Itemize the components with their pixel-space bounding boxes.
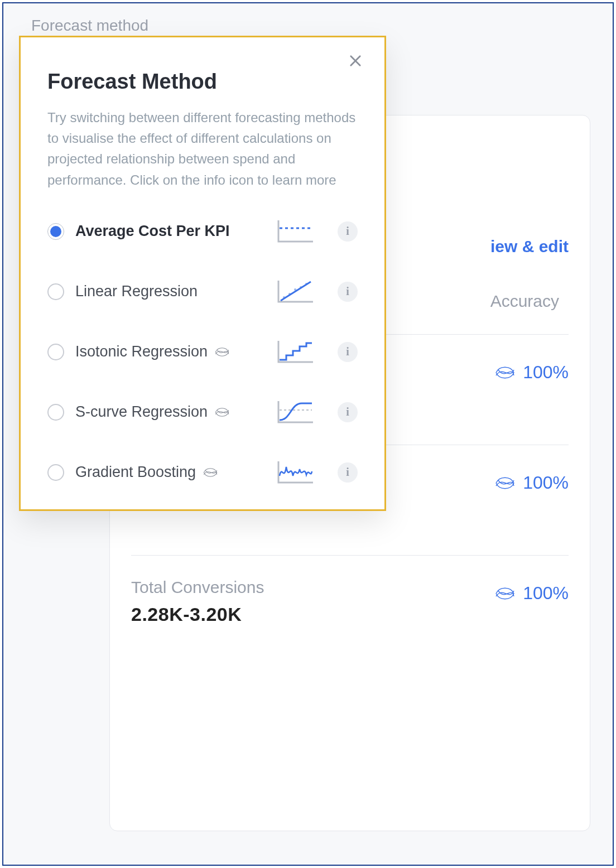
chart-thumbnail-linear-icon — [275, 277, 316, 306]
modal-description: Try switching between different forecast… — [47, 107, 358, 190]
forecast-method-modal: Forecast Method Try switching between di… — [19, 36, 386, 511]
metric-row: Total Conversions 2.28K-3.20K 100% — [131, 555, 569, 625]
chart-thumbnail-wave-icon — [275, 458, 316, 487]
scribble-icon — [494, 475, 516, 491]
info-icon: i — [346, 225, 349, 238]
accuracy-badge: 100% — [494, 472, 569, 493]
info-icon: i — [346, 285, 349, 298]
option-label: Average Cost Per KPI — [75, 223, 264, 240]
info-icon: i — [346, 466, 349, 479]
close-button[interactable] — [348, 53, 365, 71]
metric-value: 2.28K-3.20K — [131, 604, 569, 625]
info-button[interactable]: i — [338, 342, 358, 362]
chart-thumbnail-flat-icon — [275, 217, 316, 246]
accuracy-header: Accuracy — [490, 292, 559, 311]
forecast-option[interactable]: Average Cost Per KPIi — [47, 217, 358, 246]
page-frame: Forecast method iew & edit Accuracy 100%… — [2, 2, 614, 866]
forecast-option[interactable]: Isotonic Regressioni — [47, 337, 358, 367]
divider — [131, 555, 569, 556]
option-label-text: Isotonic Regression — [75, 343, 208, 360]
radio-button[interactable] — [47, 464, 64, 481]
info-icon: i — [346, 406, 349, 418]
forecast-option[interactable]: Linear Regressioni — [47, 277, 358, 306]
option-label-text: Gradient Boosting — [75, 464, 196, 481]
option-label-text: Linear Regression — [75, 283, 198, 300]
info-button[interactable]: i — [338, 462, 358, 483]
modal-title: Forecast Method — [47, 70, 358, 94]
accuracy-value: 100% — [523, 472, 569, 493]
option-label-text: S-curve Regression — [75, 403, 208, 421]
option-label-text: Average Cost Per KPI — [75, 223, 230, 240]
section-label: Forecast method — [31, 17, 148, 35]
scribble-icon — [494, 364, 516, 381]
option-label: Isotonic Regression — [75, 343, 264, 360]
accuracy-value: 100% — [523, 583, 569, 604]
option-label: S-curve Regression — [75, 403, 264, 421]
option-label: Linear Regression — [75, 283, 264, 300]
forecast-option[interactable]: S-curve Regressioni — [47, 398, 358, 427]
close-icon — [348, 53, 363, 69]
option-label: Gradient Boosting — [75, 464, 264, 481]
scribble-icon — [213, 406, 231, 418]
scribble-icon — [213, 346, 231, 358]
scribble-icon — [494, 585, 516, 602]
chart-thumbnail-scurve-icon — [275, 398, 316, 427]
accuracy-value: 100% — [523, 362, 569, 383]
radio-button[interactable] — [47, 223, 64, 240]
view-edit-link[interactable]: iew & edit — [490, 237, 569, 256]
radio-button[interactable] — [47, 283, 64, 300]
info-icon: i — [346, 345, 349, 358]
accuracy-badge: 100% — [494, 362, 569, 383]
info-button[interactable]: i — [338, 402, 358, 422]
forecast-option[interactable]: Gradient Boostingi — [47, 458, 358, 487]
scribble-icon — [201, 466, 219, 479]
radio-button[interactable] — [47, 344, 64, 360]
accuracy-badge: 100% — [494, 583, 569, 604]
info-button[interactable]: i — [338, 282, 358, 302]
info-button[interactable]: i — [338, 221, 358, 242]
radio-button[interactable] — [47, 404, 64, 421]
chart-thumbnail-steps-icon — [275, 337, 316, 367]
